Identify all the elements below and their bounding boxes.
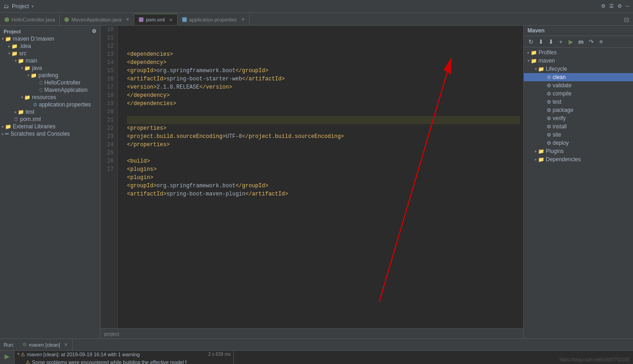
file-tree-item[interactable]: ⚙application.properties	[0, 101, 100, 108]
line-number: 14	[104, 58, 114, 67]
project-dropdown-icon[interactable]: ▾	[32, 4, 34, 9]
code-line: </dependencies>	[127, 100, 520, 108]
tree-arrow-icon: ▸	[15, 110, 17, 114]
sidebar-settings-icon[interactable]: ⚙	[92, 28, 96, 34]
title-bar-content: 🗂 Project ▾	[4, 3, 37, 10]
maven-tree-item[interactable]: ▾📁maven	[524, 57, 633, 65]
toolbar-minimize-icon[interactable]: ─	[626, 3, 629, 9]
file-tree-item[interactable]: ▸📁test	[0, 108, 100, 116]
maven-tree-item[interactable]: ▸📁Profiles	[524, 48, 633, 57]
maven-tree-item[interactable]: ⚙verify	[524, 114, 633, 122]
line-numbers: 101112131415161718192021222324252627	[100, 26, 118, 328]
maven-tree-item[interactable]: ⚙validate	[524, 81, 633, 90]
tab-maven[interactable]: MavenApplication.java ✕	[60, 14, 134, 25]
run-tab-close-icon[interactable]: ✕	[64, 342, 68, 347]
maven-item-label: install	[553, 123, 567, 130]
line-number: 21	[104, 116, 114, 124]
tree-arrow-icon: ▸	[2, 124, 4, 129]
collapse-panel-icon[interactable]: ⊟	[624, 16, 629, 23]
run-panel: Run: ⚙ maven [clean] ✕ ▶ ▾ ⊙ ⏹ 🔍 📷 ↕ ⬆ ☰…	[0, 338, 633, 364]
tab-maven-close-icon[interactable]: ✕	[126, 17, 129, 22]
file-tree-item[interactable]: ▾📁maven D:\maven	[0, 35, 100, 42]
tab-app[interactable]: application.properties ✕	[178, 14, 250, 25]
run-warning-item[interactable]: ⚠ Some problems were encountered while b…	[15, 359, 233, 364]
maven-add-btn[interactable]: +	[557, 37, 565, 46]
maven-run-btn[interactable]: ▶	[567, 37, 575, 46]
line-number: 19	[104, 100, 114, 108]
props-file-icon: ⚙	[33, 102, 37, 108]
code-line	[127, 116, 520, 124]
file-tree-item[interactable]: CHelloController	[0, 79, 100, 86]
tree-arrow-icon: ▾	[15, 58, 17, 63]
maven-item-label: package	[553, 107, 573, 113]
file-tree-item[interactable]: ▾📁src	[0, 50, 100, 57]
maven-tree-item[interactable]: ▸📁Plugins	[524, 147, 633, 155]
maven-tree-item[interactable]: ⚙deploy	[524, 139, 633, 147]
maven-item-label: Lifecycle	[546, 66, 567, 72]
tab-pom-close-icon[interactable]: ✕	[169, 17, 173, 22]
tab-hello[interactable]: HelloController.java	[0, 14, 60, 25]
tree-arrow-icon: ▾	[8, 51, 11, 56]
toolbar-right: ⚙ ☰ ⚙ ─	[601, 3, 629, 9]
maven-item-label: test	[553, 99, 561, 105]
maven-m-btn[interactable]: m	[577, 37, 585, 46]
run-tab-label: maven [clean]	[29, 342, 60, 348]
file-tree-item[interactable]: ▾📁resources	[0, 94, 100, 101]
tree-item-label: Scratches and Consoles	[11, 131, 70, 137]
line-number: 25	[104, 149, 114, 157]
tab-app-close-icon[interactable]: ✕	[241, 17, 245, 22]
maven-tree-item[interactable]: ⚙clean	[524, 73, 633, 81]
code-line: <groupId>org.springframework.boot</group…	[127, 67, 520, 75]
tab-pom[interactable]: pom.xml ✕	[134, 14, 178, 25]
folder-icon: 📁	[5, 124, 11, 130]
maven-tree-item[interactable]: ⚙compile	[524, 90, 633, 98]
line-number: 26	[104, 157, 114, 165]
toolbar-settings-icon[interactable]: ⚙	[601, 3, 606, 9]
file-tree-item[interactable]: ▸📁.idea	[0, 42, 100, 50]
maven-tree-item[interactable]: ⚙install	[524, 122, 633, 131]
maven-tree-item[interactable]: ▾📁Lifecycle	[524, 65, 633, 73]
file-tree-item[interactable]: 🗒pom.xml	[0, 116, 100, 123]
tree-item-label: panfeng	[38, 72, 58, 79]
tree-arrow-icon: ▾	[27, 73, 30, 78]
folder-icon: 📁	[18, 109, 24, 115]
tree-item-label: application.properties	[39, 101, 91, 108]
maven-tree-item[interactable]: ▸📁Dependencies	[524, 155, 633, 164]
maven-item-label: Dependencies	[546, 156, 581, 163]
maven-item-label: site	[553, 132, 561, 138]
maven-folder-icon: 📁	[538, 157, 544, 163]
run-tree-build[interactable]: ▾ ⚠ maven [clean]: at 2019-09-19 16:14 w…	[15, 351, 233, 359]
folder-icon: 📁	[18, 58, 24, 64]
java-class-icon: C	[39, 87, 43, 93]
line-number: 20	[104, 108, 114, 116]
java-icon	[64, 17, 69, 22]
code-area[interactable]: <dependencies> <dependency> <groupId>org…	[118, 26, 523, 328]
maven-arrow-icon: ▸	[535, 157, 537, 162]
project-icon: 🗂	[4, 3, 9, 10]
run-build-info: maven [clean]: at 2019-09-19 16:14 with …	[27, 352, 140, 357]
file-tree-item[interactable]: ▾📁java	[0, 64, 100, 72]
run-play-btn[interactable]: ▶	[5, 353, 10, 360]
run-tab-maven[interactable]: ⚙ maven [clean] ✕	[18, 339, 72, 350]
maven-tree-item[interactable]: ⚙site	[524, 131, 633, 139]
file-tree-item[interactable]: ▾📁panfeng	[0, 72, 100, 79]
file-tree-item[interactable]: ▸📁External Libraries	[0, 123, 100, 130]
toolbar-layout-icon[interactable]: ☰	[609, 3, 614, 9]
maven-download-btn[interactable]: ⬇	[537, 37, 545, 46]
project-label[interactable]: Project	[12, 3, 29, 10]
maven-tree-item[interactable]: ⚙package	[524, 106, 633, 114]
title-bar: 🗂 Project ▾ ⚙ ☰ ⚙ ─	[0, 0, 633, 13]
java-icon	[5, 17, 9, 22]
maven-step-btn[interactable]: ↷	[587, 37, 595, 46]
toolbar-config-icon[interactable]: ⚙	[617, 3, 622, 9]
file-tree-item[interactable]: ▾📁main	[0, 57, 100, 64]
maven-download-sources-btn[interactable]: ⬇	[547, 37, 555, 46]
maven-refresh-btn[interactable]: ↻	[527, 37, 535, 46]
maven-more-btn[interactable]: ≡	[597, 37, 605, 46]
maven-tree-item[interactable]: ⚙test	[524, 98, 633, 106]
maven-folder-icon: 📁	[531, 50, 537, 56]
file-tree-item[interactable]: ▸✏Scratches and Consoles	[0, 130, 100, 137]
xml-file-icon: 🗒	[14, 116, 19, 122]
file-tree-item[interactable]: CMavenApplication	[0, 86, 100, 94]
maven-gear-icon: ⚙	[547, 91, 551, 97]
